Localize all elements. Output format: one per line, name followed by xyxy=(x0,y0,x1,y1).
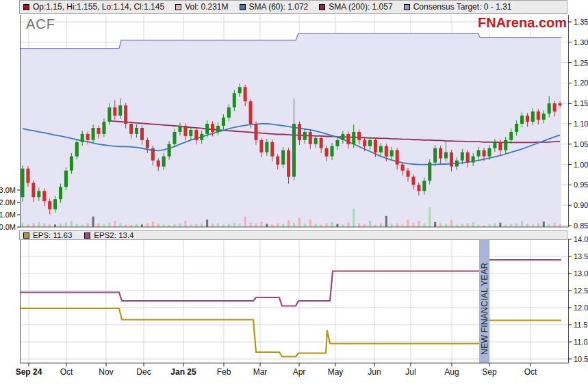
candle-body xyxy=(211,124,214,132)
volume-bar xyxy=(212,224,214,228)
sma60-swatch-icon xyxy=(240,4,246,10)
volume-bar xyxy=(108,223,110,227)
date-label: Feb xyxy=(217,367,231,377)
ticker-symbol: ACF xyxy=(26,16,55,32)
candle-body xyxy=(70,157,73,171)
volume-bar xyxy=(60,224,62,227)
volume-bar xyxy=(65,223,67,227)
volume-tick-label: 0.0M xyxy=(0,223,16,231)
eps-tick-label: 13.5 xyxy=(574,252,588,261)
candle-body xyxy=(222,118,225,126)
volume-bar xyxy=(266,224,268,228)
candle-body xyxy=(64,171,68,187)
candle-body xyxy=(483,150,486,157)
volume-bar xyxy=(206,219,208,227)
legend-sma60: SMA (60): 1.072 xyxy=(240,2,309,12)
candle-body xyxy=(97,128,101,134)
price-tick-label: 1.05 xyxy=(574,140,588,148)
volume-bar xyxy=(184,221,186,227)
candle-body xyxy=(520,116,524,124)
candle-body xyxy=(444,152,448,159)
candle-body xyxy=(81,134,84,142)
volume-bar xyxy=(244,217,246,227)
volume-bar xyxy=(385,216,387,227)
candle-body xyxy=(537,111,540,120)
volume-bar xyxy=(157,224,159,228)
date-label: Sep 24 xyxy=(16,367,42,377)
legend-eps2: EPS2: 13.4 xyxy=(84,231,133,239)
candle-body xyxy=(542,114,546,120)
volume-bar xyxy=(260,222,262,227)
date-label: Sep xyxy=(482,367,497,377)
volume-bar xyxy=(304,224,306,227)
candle-body xyxy=(374,140,377,152)
volume-bar xyxy=(287,220,290,227)
candle-body xyxy=(422,181,426,191)
price-tick-label: 1.35 xyxy=(574,18,588,26)
candle-body xyxy=(124,105,127,124)
candle-body xyxy=(107,107,111,122)
volume-bar xyxy=(201,224,203,227)
volume-bar xyxy=(478,224,480,227)
volume-bar xyxy=(81,224,84,227)
volume-bar xyxy=(141,224,143,227)
candle-body xyxy=(102,122,105,134)
volume-bar xyxy=(163,224,165,227)
candle-body xyxy=(53,199,57,209)
candle-body xyxy=(113,107,116,116)
candle-body xyxy=(477,150,481,157)
candle-body xyxy=(216,126,220,132)
candle-body xyxy=(450,152,453,167)
volume-bar xyxy=(429,207,431,227)
date-label: Apr xyxy=(293,367,306,377)
candle-body xyxy=(21,169,25,198)
stock-chart-page: 1.351.301.251.201.151.101.051.000.950.90… xyxy=(0,0,588,387)
volume-bar xyxy=(494,224,496,227)
candle-body xyxy=(548,103,551,114)
price-tick-label: 1.10 xyxy=(574,120,588,128)
candle-body xyxy=(157,161,160,167)
legend-eps-label: EPS: 11.63 xyxy=(33,231,72,239)
volume-tick-label: 1.0M xyxy=(0,211,16,219)
candle-body xyxy=(162,157,166,167)
candle-body xyxy=(205,124,209,134)
volume-bar xyxy=(488,224,490,228)
price-tick-label: 1.00 xyxy=(574,161,588,169)
volume-bar xyxy=(282,224,284,228)
candle-body xyxy=(314,138,318,144)
legend-ohlc: Op:1.15, Hi:1.155, Lo:1.14, Cl:1.145 xyxy=(23,2,164,12)
volume-bar xyxy=(515,224,517,227)
volume-tick-label: 2.0M xyxy=(0,198,16,206)
date-label: Jan 25 xyxy=(170,367,196,377)
candle-body xyxy=(309,132,312,144)
legend-eps: EPS: 11.63 xyxy=(23,231,72,239)
volume-bar xyxy=(125,224,127,227)
volume-bar xyxy=(548,224,550,228)
volume-bar xyxy=(190,224,192,227)
price-tick-label: 0.95 xyxy=(574,181,588,189)
volume-swatch-icon xyxy=(175,4,181,10)
volume-bar xyxy=(49,224,51,228)
price-tick-label: 1.15 xyxy=(574,99,588,107)
candle-body xyxy=(31,183,35,197)
volume-bar xyxy=(391,224,393,228)
volume-bar xyxy=(136,224,138,228)
volume-bar xyxy=(152,222,154,227)
volume-bar xyxy=(369,221,371,227)
candle-body xyxy=(553,103,557,111)
volume-bar xyxy=(195,224,197,228)
volume-bar xyxy=(179,224,181,227)
volume-bar xyxy=(146,224,149,227)
candle-body xyxy=(515,124,518,132)
candle-body xyxy=(135,128,138,134)
eps-swatch-icon xyxy=(23,232,29,239)
volume-bar xyxy=(472,222,474,227)
volume-bar xyxy=(76,224,78,228)
volume-bar xyxy=(92,217,94,227)
volume-bar xyxy=(27,224,29,228)
price-tick-label: 1.20 xyxy=(574,79,588,87)
volume-bar xyxy=(32,224,34,227)
candle-body xyxy=(233,93,236,107)
volume-bar xyxy=(22,223,24,227)
volume-bar xyxy=(233,223,235,227)
